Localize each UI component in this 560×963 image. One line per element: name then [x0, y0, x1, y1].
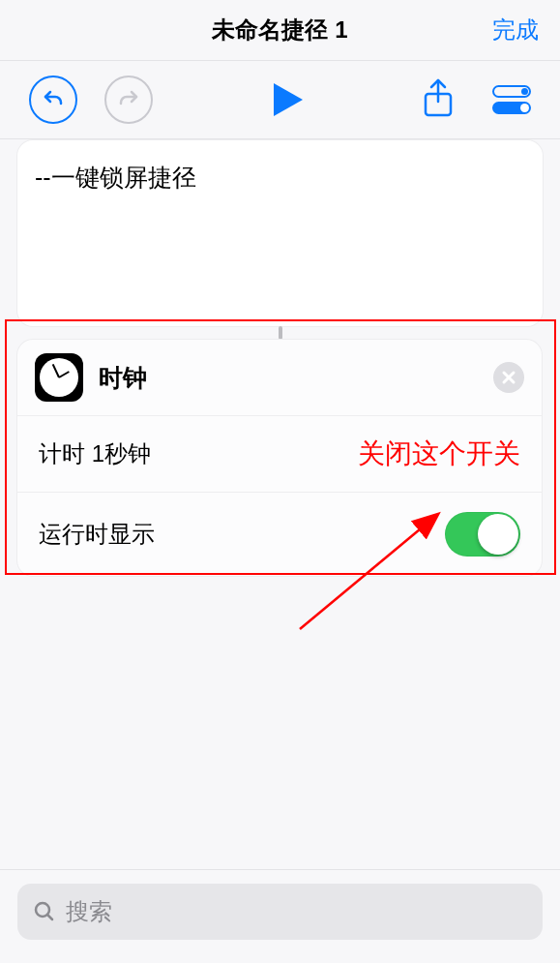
undo-icon — [42, 88, 65, 111]
search-placeholder: 搜索 — [66, 896, 112, 927]
search-icon — [33, 900, 56, 923]
toggle-knob — [478, 514, 518, 555]
page-title: 未命名捷径 1 — [212, 15, 347, 45]
search-bar-container: 搜索 — [0, 870, 560, 963]
search-input[interactable]: 搜索 — [17, 884, 543, 940]
done-button[interactable]: 完成 — [492, 15, 539, 45]
toolbar-right — [423, 78, 531, 121]
clock-action-card[interactable]: 时钟 计时 1秒钟 关闭这个开关 运行时显示 — [17, 340, 542, 576]
toolbar — [0, 61, 560, 139]
connector-line — [279, 326, 282, 340]
settings-button[interactable] — [492, 85, 531, 114]
text-content: --一键锁屏捷径 — [35, 162, 525, 194]
run-button[interactable] — [274, 83, 303, 116]
toggle-on-icon — [492, 102, 531, 114]
close-icon — [501, 370, 516, 385]
remove-action-button[interactable] — [493, 362, 524, 393]
toggle-off-icon — [492, 85, 531, 98]
clock-card-title: 时钟 — [99, 362, 478, 394]
show-when-run-label: 运行时显示 — [39, 519, 155, 550]
show-when-run-toggle[interactable] — [445, 512, 520, 557]
timer-row[interactable]: 计时 1秒钟 关闭这个开关 — [17, 415, 542, 492]
share-button[interactable] — [423, 78, 454, 121]
navbar: 未命名捷径 1 完成 — [0, 0, 560, 61]
clock-app-icon — [35, 353, 83, 402]
timer-label: 计时 1秒钟 — [39, 438, 151, 469]
play-icon — [274, 83, 303, 116]
show-when-run-row: 运行时显示 — [17, 492, 542, 576]
svg-line-7 — [47, 915, 52, 919]
text-action-card[interactable]: --一键锁屏捷径 — [17, 140, 543, 326]
workflow-canvas: --一键锁屏捷径 — [0, 139, 560, 340]
undo-button[interactable] — [29, 75, 77, 124]
share-icon — [423, 78, 454, 117]
redo-icon — [117, 88, 140, 111]
annotation-text: 关闭这个开关 — [358, 436, 520, 472]
svg-marker-0 — [274, 83, 303, 116]
clock-card-header: 时钟 — [17, 340, 542, 415]
redo-button — [104, 75, 153, 124]
toolbar-left — [29, 75, 153, 124]
